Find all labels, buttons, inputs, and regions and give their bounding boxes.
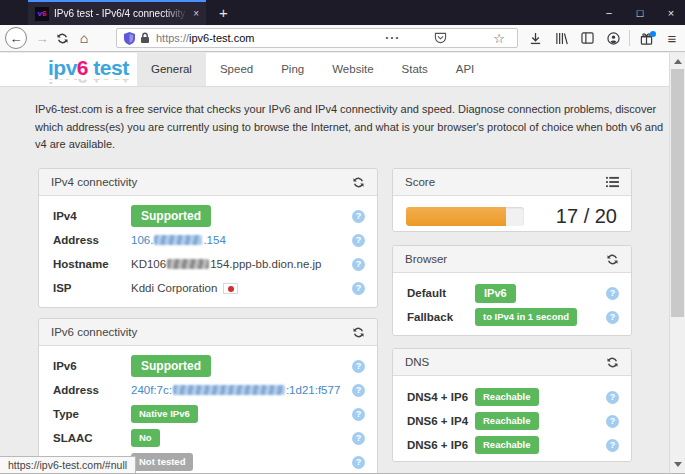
help-icon[interactable]: ? <box>352 384 365 397</box>
help-icon[interactable]: ? <box>352 282 365 295</box>
home-button[interactable]: ⌂ <box>74 27 94 49</box>
window-maximize-button[interactable]: □ <box>634 7 646 19</box>
ipv4-address-link[interactable]: 106..154 <box>131 234 226 246</box>
panel-title: IPv4 connectivity <box>51 176 137 188</box>
table-row: DNS4 + IP6 Reachable ? <box>407 385 619 409</box>
site-logo[interactable]: ipv6 test <box>48 56 129 80</box>
tab-ping[interactable]: Ping <box>267 53 318 86</box>
score-progress-bar <box>406 207 524 226</box>
row-label: Type <box>53 408 131 420</box>
panel-header: DNS <box>393 349 631 376</box>
refresh-icon[interactable] <box>606 253 619 266</box>
url-host: ipv6-test.com <box>189 32 254 44</box>
whats-new-gift-button[interactable] <box>633 32 659 45</box>
panel-title: IPv6 connectivity <box>51 326 137 338</box>
help-icon[interactable]: ? <box>352 456 365 469</box>
table-row: IPv4 Supported ? <box>53 204 365 228</box>
row-label: IPv6 <box>53 360 131 372</box>
help-icon[interactable]: ? <box>606 287 619 300</box>
window-close-button[interactable]: × <box>665 7 677 19</box>
browser-toolbar: ← → ⌂ https://ipv6-test.com ··· ☆ <box>0 25 685 52</box>
bookmark-star-icon[interactable]: ☆ <box>493 31 505 46</box>
new-tab-button[interactable]: + <box>214 1 233 24</box>
help-icon[interactable]: ? <box>606 311 619 324</box>
forward-button: → <box>32 27 52 49</box>
tab-general[interactable]: General <box>137 53 206 86</box>
scroll-up-icon[interactable] <box>674 59 682 64</box>
browser-panel: Browser Default IPv6 ? Fallback to IPv4 … <box>392 245 632 336</box>
menu-button[interactable]: ≡ <box>659 30 685 47</box>
tab-website[interactable]: Website <box>318 53 387 86</box>
status-badge: Reachable <box>475 436 539 454</box>
status-badge: Reachable <box>475 388 539 406</box>
table-row: Address 240f:7c::1d21:f577 ? <box>53 378 365 402</box>
library-button[interactable] <box>548 32 574 45</box>
table-row: Hostname KD106154.ppp-bb.dion.ne.jp ? <box>53 252 365 276</box>
help-icon[interactable]: ? <box>352 408 365 421</box>
panel-header: IPv6 connectivity <box>39 319 377 346</box>
url-bar[interactable]: https://ipv6-test.com ··· ☆ <box>116 28 518 48</box>
status-badge: Native IPv6 <box>131 405 198 423</box>
help-icon[interactable]: ? <box>606 391 619 404</box>
pocket-icon[interactable] <box>434 32 447 44</box>
help-icon[interactable]: ? <box>606 415 619 428</box>
help-icon[interactable]: ? <box>352 258 365 271</box>
refresh-icon[interactable] <box>606 356 619 369</box>
table-row: Fallback to IPv4 in 1 second ? <box>407 305 619 329</box>
redacted-segment <box>173 385 285 395</box>
site-nav: General Speed Ping Website Stats API <box>137 53 488 86</box>
row-label: Default <box>407 287 475 299</box>
window-minimize-button[interactable]: − <box>603 7 615 19</box>
help-icon[interactable]: ? <box>352 210 365 223</box>
status-badge: No <box>131 429 160 447</box>
isp-value: Kddi Corporation <box>131 282 352 294</box>
score-value: 17 / 20 <box>524 205 619 228</box>
row-label: Address <box>53 384 131 396</box>
table-row: Address 106..154 ? <box>53 228 365 252</box>
help-icon[interactable]: ? <box>352 234 365 247</box>
refresh-icon[interactable] <box>352 326 365 339</box>
list-icon[interactable] <box>606 176 619 188</box>
help-icon[interactable]: ? <box>606 439 619 452</box>
account-button[interactable] <box>600 32 626 45</box>
url-scheme: https:// <box>156 32 189 44</box>
tab-stats[interactable]: Stats <box>388 53 442 86</box>
back-button[interactable]: ← <box>5 27 27 49</box>
table-row: DNS6 + IP6 Reachable ? <box>407 433 619 457</box>
lock-icon[interactable] <box>140 32 150 44</box>
downloads-button[interactable] <box>522 32 548 45</box>
tab-api[interactable]: API <box>442 53 489 86</box>
table-row: ISP Kddi Corporation ? <box>53 276 365 300</box>
panel-header: Score <box>393 169 631 196</box>
scrollbar-thumb[interactable] <box>671 69 684 317</box>
notification-dot <box>650 31 656 37</box>
help-icon[interactable]: ? <box>352 432 365 445</box>
table-row: SLAAC No ? <box>53 426 365 450</box>
panel-title: DNS <box>405 356 429 368</box>
scroll-down-icon[interactable] <box>674 462 682 467</box>
status-badge: Reachable <box>475 412 539 430</box>
browser-tab[interactable]: v6 IPv6 test - IPv6/4 connectivity a × <box>28 0 206 25</box>
row-label: DNS4 + IP6 <box>407 391 475 403</box>
tab-speed[interactable]: Speed <box>206 53 267 86</box>
dns-panel: DNS DNS4 + IP6 Reachable ? DNS6 + IP4 Re… <box>392 348 632 462</box>
sidebar-toggle-button[interactable] <box>574 32 600 44</box>
ipv6-address-link[interactable]: 240f:7c::1d21:f577 <box>131 384 340 396</box>
refresh-icon[interactable] <box>352 176 365 189</box>
tracking-protection-shield-icon[interactable] <box>124 32 135 45</box>
site-logo-reflection: ipv6 test <box>48 79 129 87</box>
panel-title: Score <box>405 176 435 188</box>
redacted-segment <box>167 259 209 269</box>
page-actions-icon[interactable]: ··· <box>385 31 400 45</box>
site-favicon: v6 <box>35 7 49 21</box>
tab-close-icon[interactable]: × <box>193 8 199 19</box>
status-badge: Not tested <box>131 453 193 471</box>
help-icon[interactable]: ? <box>352 360 365 373</box>
reload-button[interactable] <box>52 27 72 49</box>
status-badge: Supported <box>131 205 211 227</box>
page-scrollbar[interactable] <box>669 53 685 473</box>
status-badge: IPv6 <box>475 284 516 303</box>
site-header: ipv6 test ipv6 test General Speed Ping W… <box>0 53 669 87</box>
ipv6-connectivity-panel: IPv6 connectivity IPv6 Supported ? Addre… <box>38 318 378 474</box>
intro-text: IPv6-test.com is a free service that che… <box>35 101 667 154</box>
